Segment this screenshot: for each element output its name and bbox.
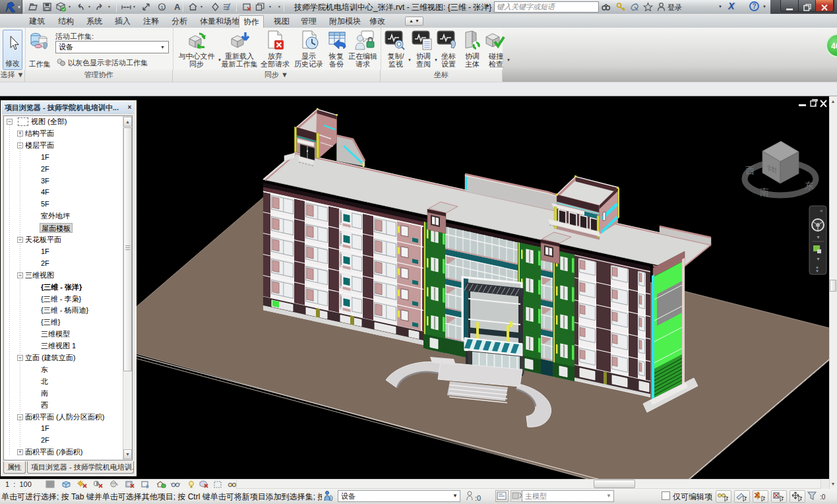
- svg-text:A: A: [174, 2, 181, 12]
- svg-text:▼: ▼: [815, 269, 819, 273]
- svg-text:1: 1: [161, 5, 164, 11]
- svg-text:东: 东: [805, 180, 814, 191]
- svg-text:▼: ▼: [816, 235, 821, 239]
- svg-text:西: 西: [745, 165, 755, 175]
- svg-text:▼: ▼: [816, 257, 821, 261]
- svg-text:9: 9: [146, 484, 149, 489]
- svg-text:南: 南: [760, 187, 769, 197]
- svg-text:×: ×: [820, 208, 823, 214]
